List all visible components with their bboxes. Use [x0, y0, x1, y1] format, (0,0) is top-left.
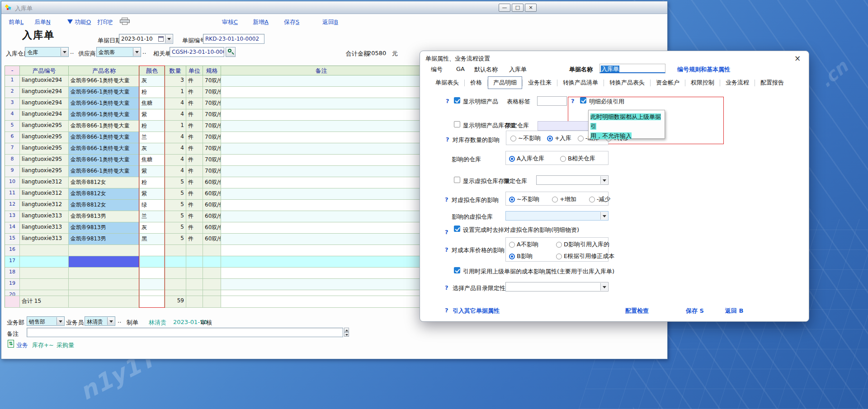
dialog-save-button[interactable]: 保存 S [686, 307, 704, 315]
table-row[interactable]: 10liangtuoxie312金凯帝8812女粉5件60双/件 [5, 177, 422, 188]
dialog-tab-6[interactable]: 资金帐户 [651, 76, 685, 89]
table-cell[interactable]: 9 [5, 166, 20, 177]
table-cell[interactable]: 件 [186, 121, 203, 132]
show-detail-checkbox[interactable] [454, 97, 460, 103]
table-cell[interactable]: 4 [165, 143, 186, 155]
dialog-tab-0[interactable]: 单据表头 [430, 76, 464, 89]
table-cell[interactable]: 绿 [140, 200, 165, 211]
radio-option[interactable]: -减少 [589, 195, 611, 203]
tab-stock[interactable]: 库存+~ [32, 341, 54, 349]
table-cell[interactable]: 粉 [140, 177, 165, 188]
help-icon[interactable]: ? [445, 307, 448, 314]
table-cell[interactable]: 4 [165, 155, 186, 166]
table-cell[interactable] [140, 268, 165, 279]
table-cell[interactable]: 粉 [140, 87, 165, 98]
table-cell[interactable] [69, 290, 140, 296]
table-cell[interactable] [186, 268, 203, 279]
remove-virtual-checkbox[interactable] [454, 226, 460, 232]
table-cell[interactable]: 15 [5, 234, 20, 245]
table-cell[interactable]: 70双/件 [203, 98, 221, 109]
column-header[interactable]: - [5, 66, 20, 75]
table-cell[interactable]: 5 [165, 188, 186, 200]
table-cell[interactable]: liangtuoxie312 [20, 177, 69, 188]
help-icon[interactable]: ? [571, 98, 575, 104]
dept-dropdown-button[interactable] [57, 317, 64, 325]
radio-option[interactable]: A入库仓库 [509, 155, 544, 163]
table-cell[interactable]: 4 [165, 132, 186, 143]
back-button[interactable]: 返回B [322, 18, 338, 26]
help-icon[interactable]: ? [446, 98, 449, 104]
table-cell[interactable] [140, 290, 165, 296]
must-ref-checkbox[interactable] [580, 97, 586, 103]
column-header[interactable]: 颜色 [140, 66, 165, 75]
table-cell[interactable]: liangtuoxie294 [20, 75, 69, 87]
table-cell[interactable]: 5 [165, 200, 186, 211]
maximize-button[interactable]: □ [512, 4, 524, 12]
table-cell[interactable]: 1 [5, 75, 20, 87]
table-cell[interactable]: 60双/件 [203, 234, 221, 245]
radio-option[interactable]: D影响引用入库的 [556, 240, 604, 249]
table-cell[interactable] [221, 279, 422, 290]
limit-warehouse2-select[interactable] [536, 175, 609, 185]
dialog-tab-7[interactable]: 权限控制 [685, 76, 720, 89]
table-cell[interactable]: 1 [165, 121, 186, 132]
table-cell[interactable]: 70双/件 [203, 132, 221, 143]
table-cell[interactable]: 件 [186, 75, 203, 87]
table-row[interactable]: 12liangtuoxie312金凯帝8812女绿5件60双/件 [5, 200, 422, 211]
column-header[interactable]: 备注 [221, 66, 422, 75]
table-cell[interactable]: 灰 [140, 143, 165, 155]
radio-option[interactable]: ~不影响 [509, 195, 539, 203]
table-cell[interactable]: 7 [5, 143, 20, 155]
table-cell[interactable]: 金凯帝866-1奥特曼大童 [69, 121, 140, 132]
dialog-close-icon[interactable]: × [794, 54, 801, 63]
table-cell[interactable]: 5 [165, 234, 186, 245]
table-cell[interactable] [69, 256, 140, 268]
table-cell[interactable] [186, 290, 203, 296]
new-button[interactable]: 新增A [253, 18, 269, 26]
import-props-link[interactable]: 引入其它单据属性 [453, 307, 500, 315]
table-cell[interactable]: liangtuoxie295 [20, 132, 69, 143]
table-cell[interactable]: 金凯帝866-1奥特曼大童 [69, 166, 140, 177]
table-cell[interactable]: 灰 [140, 75, 165, 87]
dialog-tab-4[interactable]: 转换产品清单 [557, 76, 604, 89]
table-cell[interactable]: 金凯帝966-1奥特曼大童 [69, 87, 140, 98]
table-cell[interactable]: 金凯帝866-1奥特曼大童 [69, 132, 140, 143]
table-cell[interactable]: 5 [165, 211, 186, 222]
help-icon[interactable]: ? [445, 196, 448, 203]
table-cell[interactable] [221, 268, 422, 279]
table-cell[interactable] [165, 256, 186, 268]
table-cell[interactable]: 金凯帝966-1奥特曼大童 [69, 109, 140, 121]
table-cell[interactable]: 件 [186, 211, 203, 222]
table-cell[interactable]: 4 [5, 109, 20, 121]
table-cell[interactable] [20, 256, 69, 268]
table-cell[interactable] [165, 268, 186, 279]
table-cell[interactable] [221, 234, 422, 245]
supplier-browse-button[interactable]: .. [142, 48, 146, 55]
warehouse-browse-button[interactable]: .. [70, 48, 74, 55]
table-cell[interactable] [165, 290, 186, 296]
table-cell[interactable]: 件 [186, 200, 203, 211]
table-cell[interactable] [221, 177, 422, 188]
table-cell[interactable]: 紫 [140, 109, 165, 121]
column-header[interactable]: 数量 [165, 66, 186, 75]
numbering-rule-link[interactable]: 编号规则和基本属性 [677, 66, 730, 74]
table-cell[interactable]: 11 [5, 188, 20, 200]
table-cell[interactable]: 8 [5, 155, 20, 166]
table-cell[interactable]: 60双/件 [203, 222, 221, 234]
radio-option[interactable]: B影响 [509, 252, 556, 260]
table-cell[interactable]: liangtuoxie295 [20, 143, 69, 155]
help-icon[interactable]: ? [445, 284, 448, 291]
table-cell[interactable]: liangtuoxie312 [20, 188, 69, 200]
table-cell[interactable]: 3 [5, 98, 20, 109]
table-cell[interactable]: 70双/件 [203, 121, 221, 132]
table-cell[interactable] [165, 245, 186, 256]
column-header[interactable]: 产品编号 [20, 66, 69, 75]
table-cell[interactable]: 金凯帝966-1奥特曼大童 [69, 75, 140, 87]
table-cell[interactable]: 5 [5, 121, 20, 132]
printer-icon[interactable] [120, 18, 130, 25]
column-header[interactable]: 单位 [186, 66, 203, 75]
table-cell[interactable]: 件 [186, 132, 203, 143]
table-cell[interactable] [140, 256, 165, 268]
tab-business[interactable]: 业务 [16, 341, 28, 349]
table-cell[interactable]: 16 [5, 245, 20, 256]
